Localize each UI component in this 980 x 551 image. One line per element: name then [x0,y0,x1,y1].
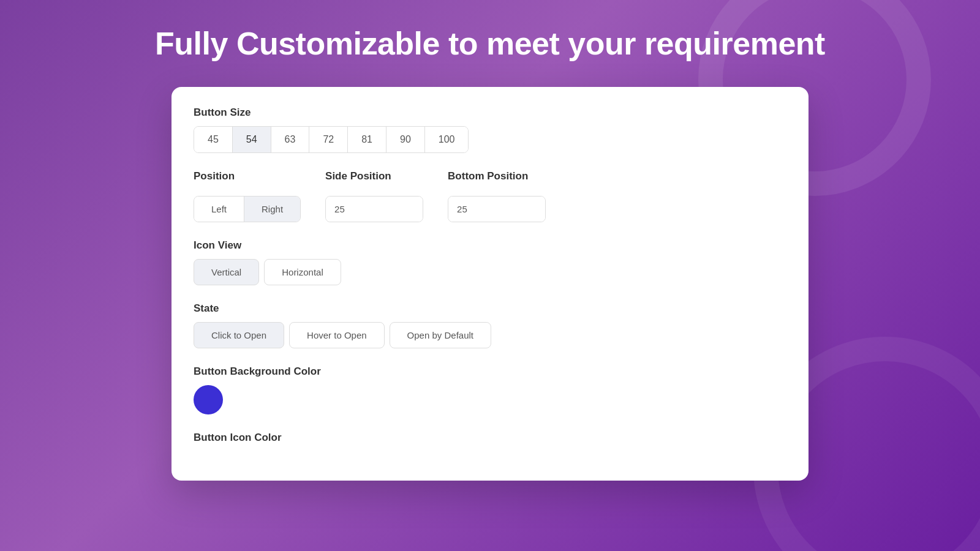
settings-panel: Button Size 45 54 63 72 81 90 100 Positi… [172,87,809,481]
position-right-btn[interactable]: Right [244,197,300,222]
state-hover-to-open-btn[interactable]: Hover to Open [289,322,385,348]
position-left-btn[interactable]: Left [194,197,244,222]
button-bg-color-label: Button Background Color [194,365,786,378]
bottom-position-input[interactable] [448,197,546,222]
side-position-input[interactable] [326,197,423,222]
page-title: Fully Customizable to meet your requirem… [155,24,825,62]
icon-view-vertical-btn[interactable]: Vertical [194,259,259,285]
position-label: Position [194,170,301,182]
bottom-position-col: Bottom Position PX [448,170,546,222]
icon-view-section: Icon View Vertical Horizontal [194,239,786,285]
size-btn-72[interactable]: 72 [309,127,348,152]
state-click-to-open-btn[interactable]: Click to Open [194,322,284,348]
bottom-position-input-group: PX [448,196,546,222]
size-btn-81[interactable]: 81 [348,127,386,152]
button-size-section: Button Size 45 54 63 72 81 90 100 [194,107,786,153]
bottom-position-label: Bottom Position [448,170,546,182]
size-btn-100[interactable]: 100 [425,127,469,152]
side-position-input-group: PX [325,196,423,222]
icon-view-horizontal-btn[interactable]: Horizontal [264,259,341,285]
icon-view-label: Icon View [194,239,786,252]
size-btn-54[interactable]: 54 [233,127,271,152]
button-icon-color-label: Button Icon Color [194,432,786,444]
button-size-group: 45 54 63 72 81 90 100 [194,126,469,153]
position-toggle: Left Right [194,196,301,222]
size-btn-45[interactable]: 45 [194,127,233,152]
position-section: Position Left Right Side Position PX Bot… [194,170,786,222]
state-section: State Click to Open Hover to Open Open b… [194,302,786,348]
side-position-label: Side Position [325,170,423,182]
size-btn-63[interactable]: 63 [271,127,310,152]
color-swatch-container [194,385,786,414]
icon-view-group: Vertical Horizontal [194,259,786,285]
button-bg-color-section: Button Background Color [194,365,786,414]
size-btn-90[interactable]: 90 [386,127,425,152]
state-group: Click to Open Hover to Open Open by Defa… [194,322,786,348]
position-row: Position Left Right Side Position PX Bot… [194,170,786,222]
button-size-label: Button Size [194,107,786,119]
state-label: State [194,302,786,315]
button-bg-color-swatch[interactable] [194,385,223,414]
position-col: Position Left Right [194,170,301,222]
side-position-col: Side Position PX [325,170,423,222]
state-open-by-default-btn[interactable]: Open by Default [390,322,491,348]
button-icon-color-section: Button Icon Color [194,432,786,444]
